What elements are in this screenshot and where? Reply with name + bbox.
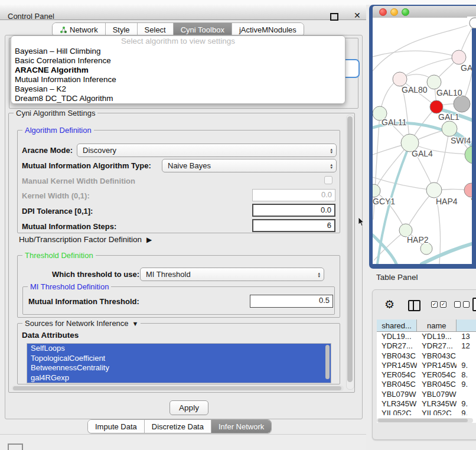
network-node-hap4[interactable] bbox=[426, 182, 442, 198]
attribute-item-betweennesscentrality[interactable]: BetweennessCentrality bbox=[27, 363, 331, 373]
sources-group-title[interactable]: Sources for Network Inference▼ bbox=[22, 319, 141, 328]
network-node-gray-node[interactable] bbox=[454, 96, 470, 112]
tab-infer-network[interactable]: Infer Network bbox=[211, 420, 271, 433]
top-strip bbox=[0, 0, 476, 5]
algorithm-option-bayesian-hill-climbing[interactable]: Bayesian – Hill Climbing bbox=[11, 47, 345, 56]
table-panel: ⚙ ✓ ✓ shared...name YDL19...YDL19...13YD… bbox=[372, 289, 476, 440]
network-edge[interactable] bbox=[373, 51, 459, 57]
dpi-tolerance-label: DPI Tolerance [0,1]: bbox=[22, 207, 93, 216]
close-panel-icon[interactable]: ✕ bbox=[354, 11, 361, 20]
column-header-shared[interactable]: shared... bbox=[377, 319, 417, 331]
data-attributes-list[interactable]: SelfLoopsTopologicalCoefficientBetweenne… bbox=[27, 343, 331, 383]
minimize-window-icon[interactable] bbox=[390, 8, 398, 16]
network-node-gal-top[interactable] bbox=[452, 50, 466, 64]
mi-threshold-label: Mutual Information Threshold: bbox=[28, 297, 139, 306]
table-cell: YDL19... bbox=[377, 332, 417, 341]
table-row[interactable]: YBR045CYBR045C9. bbox=[377, 380, 476, 389]
dpi-tolerance-field[interactable]: 0.0 bbox=[252, 204, 335, 217]
network-canvas[interactable]: GALGAL80GAL10GAL1GAL11SWI4GAL4GCY1HAP4YH… bbox=[373, 18, 472, 264]
table-cell: 9. bbox=[457, 361, 476, 370]
gear-icon[interactable]: ⚙ bbox=[384, 299, 395, 310]
table-cell: 8. bbox=[457, 370, 476, 380]
mi-threshold-field[interactable]: 0.5 bbox=[250, 295, 333, 308]
tab-network[interactable]: Network bbox=[53, 23, 106, 36]
table-cell: 13 bbox=[457, 332, 476, 341]
which-threshold-select[interactable]: MI Threshold ▴▾ bbox=[140, 268, 324, 281]
network-node-swi4[interactable] bbox=[442, 121, 457, 136]
network-node-gcy1[interactable] bbox=[373, 184, 380, 197]
tab-style[interactable]: Style bbox=[106, 23, 138, 36]
column-header-name[interactable]: name bbox=[417, 319, 457, 331]
network-node-bottom-node[interactable] bbox=[420, 243, 432, 255]
table-horizontal-scrollbar[interactable] bbox=[377, 418, 473, 423]
network-edge[interactable] bbox=[434, 129, 449, 190]
table-cell: YBR043C bbox=[377, 351, 417, 361]
table-cell: YBR045C bbox=[417, 380, 457, 389]
columns-icon[interactable] bbox=[408, 300, 420, 311]
attribute-item-topologicalcoefficient[interactable]: TopologicalCoefficient bbox=[27, 354, 331, 364]
column-header-extra[interactable] bbox=[457, 319, 476, 331]
attribute-item-gal4rgexp[interactable]: gal4RGexp bbox=[27, 373, 331, 383]
network-node-gal80[interactable] bbox=[393, 72, 407, 86]
network-node-label: GAL1 bbox=[438, 112, 459, 122]
mi-type-select[interactable]: Naive Bayes ▴▾ bbox=[162, 159, 337, 172]
attribute-item-selfloops[interactable]: SelfLoops bbox=[27, 344, 331, 354]
algorithm-option-basic-correlation-inference[interactable]: Basic Correlation Inference bbox=[11, 56, 345, 66]
table-row[interactable]: YBR043CYBR043C bbox=[377, 351, 476, 361]
network-node-label: SWI4 bbox=[451, 136, 471, 145]
algorithm-option-aracne-algorithm[interactable]: ARACNE Algorithm bbox=[11, 66, 345, 75]
algorithm-option-dream8-dc-tdc-algorithm[interactable]: Dream8 DC_TDC Algorithm bbox=[11, 94, 345, 103]
table-cell: YPR145W bbox=[377, 361, 417, 370]
network-edge[interactable] bbox=[373, 177, 434, 190]
hub-definition-toggle[interactable]: Hub/Transcription Factor Definition▶ bbox=[19, 235, 152, 244]
unselect-all-columns-icon[interactable] bbox=[454, 301, 470, 308]
table-row[interactable]: YBL079WYBL079W bbox=[377, 390, 476, 399]
settings-hscroll-thumb[interactable] bbox=[13, 386, 341, 390]
table-hscroll-thumb[interactable] bbox=[378, 419, 468, 422]
network-window-titlebar[interactable] bbox=[373, 6, 476, 18]
unchecked-box-icon bbox=[454, 301, 461, 308]
tab-label: Infer Network bbox=[219, 422, 264, 431]
zoom-window-icon[interactable] bbox=[402, 8, 409, 16]
tab-cyni-toolbox[interactable]: Cyni Toolbox bbox=[174, 23, 232, 36]
collapsed-panel-icon[interactable] bbox=[8, 444, 23, 450]
new-table-icon[interactable] bbox=[472, 298, 476, 311]
table-row[interactable]: YDL19...YDL19...13 bbox=[377, 332, 476, 341]
settings-vertical-scrollbar[interactable] bbox=[346, 115, 354, 390]
tab-discretize-data[interactable]: Discretize Data bbox=[145, 420, 211, 433]
list-vertical-scrollbar[interactable] bbox=[325, 345, 330, 379]
table-cell: YLR345W bbox=[377, 399, 417, 409]
network-node-gal10[interactable] bbox=[427, 75, 441, 89]
aracne-mode-select[interactable]: Discovery ▴▾ bbox=[77, 144, 337, 157]
mi-steps-field[interactable]: 6 bbox=[252, 219, 335, 232]
tab-label: Cyni Toolbox bbox=[181, 25, 224, 34]
apply-button[interactable]: Apply bbox=[169, 400, 208, 415]
network-node-green-right[interactable] bbox=[465, 146, 472, 164]
tab-jactivemnodules[interactable]: jActiveMNodules bbox=[232, 23, 304, 36]
settings-vscroll-thumb[interactable] bbox=[347, 116, 353, 382]
manual-kernel-label: Manual Kernel Width Definition bbox=[22, 177, 135, 185]
table-row[interactable]: YIL052CYIL052C9. bbox=[377, 409, 476, 415]
kernel-width-field[interactable]: 0.0 bbox=[252, 189, 335, 201]
algorithm-option-mutual-information-inference[interactable]: Mutual Information Inference bbox=[11, 75, 345, 84]
float-panel-icon[interactable] bbox=[330, 13, 338, 21]
manual-kernel-checkbox[interactable] bbox=[324, 176, 332, 184]
network-edge[interactable] bbox=[400, 57, 459, 79]
table-row[interactable]: YLR345WYLR345W9. bbox=[377, 399, 476, 409]
network-node-gal1[interactable] bbox=[430, 100, 443, 113]
table-row[interactable]: YDR27...YDR27...12 bbox=[377, 341, 476, 351]
tab-select[interactable]: Select bbox=[138, 23, 174, 36]
table-row[interactable]: YER054CYER054C8. bbox=[377, 370, 476, 380]
tab-label: Impute Data bbox=[95, 422, 137, 431]
checked-box-icon: ✓ bbox=[431, 301, 438, 308]
bottom-strip bbox=[0, 435, 366, 450]
aracne-mode-value: Discovery bbox=[83, 146, 116, 155]
settings-horizontal-scrollbar[interactable] bbox=[12, 386, 344, 391]
network-node-pink-right[interactable] bbox=[464, 183, 472, 197]
close-window-icon[interactable] bbox=[379, 8, 387, 16]
table-row[interactable]: YPR145WYPR145W9. bbox=[377, 361, 476, 370]
tab-impute-data[interactable]: Impute Data bbox=[88, 420, 145, 433]
tab-label: Network bbox=[70, 25, 98, 34]
select-all-columns-icon[interactable]: ✓ ✓ bbox=[431, 301, 446, 308]
algorithm-option-bayesian-k2[interactable]: Bayesian – K2 bbox=[11, 84, 345, 94]
